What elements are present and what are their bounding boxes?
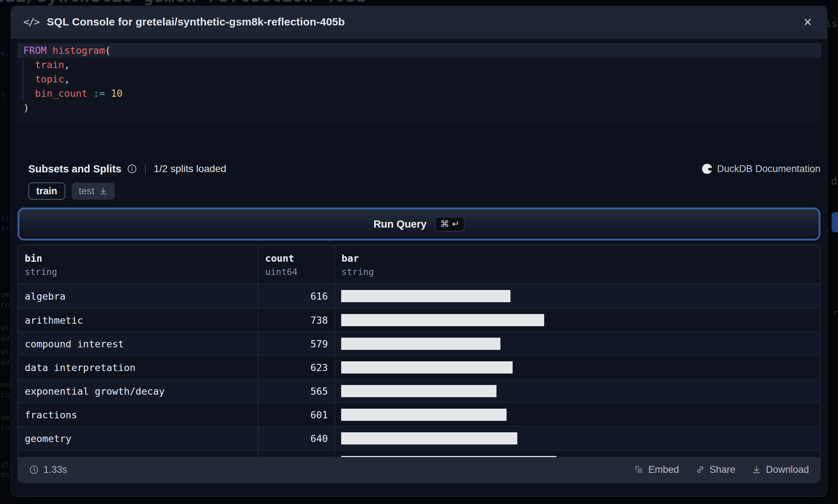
embed-button[interactable]: Embed (634, 464, 679, 475)
background-text-fragment: ro (1, 390, 10, 399)
cell-bin: exponential growth/decay (18, 380, 259, 403)
column-header-bar[interactable]: bar string (335, 246, 820, 284)
duckdb-logo-icon (702, 164, 712, 174)
split-button-test[interactable]: test (72, 182, 115, 200)
code-token (88, 88, 93, 99)
results-footer: 1.33s Embed Share (18, 457, 820, 482)
code-token: 10 (111, 88, 123, 99)
modal-header: </> SQL Console for gretelai/synthetic-g… (11, 6, 827, 38)
background-text-fragment: ro (1, 300, 10, 309)
split-test-label: test (79, 186, 95, 197)
download-icon (99, 187, 108, 195)
indent-guide (23, 59, 23, 101)
background-text-fragment: d (831, 175, 837, 187)
download-icon (752, 465, 761, 474)
download-button[interactable]: Download (752, 464, 809, 475)
table-row: arithmetic738 (18, 308, 820, 332)
column-name: bar (342, 253, 820, 264)
cell-count: 640 (259, 427, 335, 450)
cell-bar (335, 332, 820, 355)
cell-bar (335, 380, 820, 403)
cell-bin: compound interest (18, 332, 259, 355)
cell-bin: algebra (18, 284, 259, 308)
table-row: exponential growth/decay565 (18, 379, 820, 403)
background-text-fragment: eq (1, 334, 10, 342)
split-train-label: train (36, 186, 57, 197)
column-type: uint64 (265, 267, 334, 277)
cell-bar (335, 403, 820, 426)
background-text-fragment: ro (1, 424, 10, 432)
query-elapsed-time: 1.33s (29, 464, 67, 475)
code-token: histogram (52, 45, 105, 56)
elapsed-value: 1.33s (43, 464, 67, 475)
table-row: compound interest579 (18, 332, 820, 355)
code-line: train, (18, 58, 821, 72)
code-token: , (64, 59, 70, 70)
keyboard-shortcut-badge: ⌘ ↵ (435, 217, 465, 232)
code-token: FROM (23, 45, 47, 56)
column-header-count[interactable]: count uint64 (259, 246, 335, 284)
cell-count: 616 (259, 284, 335, 308)
split-button-train[interactable]: train (28, 182, 65, 200)
code-token: train (35, 59, 64, 70)
subsets-title: Subsets and Splits (28, 163, 121, 175)
code-token (23, 73, 35, 85)
code-line: FROM histogram( (18, 43, 821, 58)
embed-label: Embed (648, 464, 679, 475)
code-token: bin_count (35, 88, 88, 99)
embed-icon (634, 465, 644, 474)
code-line: topic, (18, 72, 821, 86)
background-page-title-clipped: lai/synthetic-gsm8k-reflection-405b (0, 0, 838, 5)
cell-count: 565 (259, 380, 335, 403)
cell-count: 623 (259, 356, 335, 379)
table-row: fractions601 (18, 403, 820, 426)
close-icon[interactable]: × (804, 15, 812, 29)
info-icon[interactable] (127, 164, 137, 174)
sql-editor[interactable]: FROM histogram( train, topic, bin_count … (18, 42, 821, 122)
background-text-fragment: om (1, 380, 10, 389)
background-text-fragment: om (1, 414, 10, 422)
cell-bin: geometry (18, 427, 259, 450)
code-token (23, 59, 35, 70)
share-button[interactable]: Share (696, 464, 735, 475)
code-token (105, 88, 111, 99)
code-token: topic (35, 73, 64, 85)
clock-icon (29, 465, 39, 475)
duckdb-documentation-link[interactable]: DuckDB Documentation (702, 163, 820, 175)
column-header-bin[interactable]: bin string (18, 246, 259, 284)
histogram-bar (341, 432, 517, 444)
background-text-fragment: om (1, 290, 10, 299)
footer-actions: Embed Share Download (634, 464, 809, 475)
table-row: geometry640 (18, 426, 820, 450)
background-text-fragment: ul (1, 348, 10, 356)
background-text-fragment: is (825, 18, 837, 29)
histogram-bar (341, 409, 507, 421)
table-header: bin string count uint64 bar string (18, 246, 820, 284)
run-query-button[interactable]: Run Query ⌘ ↵ (18, 208, 820, 241)
cell-bin: arithmetic (18, 309, 259, 332)
column-name: bin (25, 253, 258, 264)
background-text-fragment: ul (1, 324, 10, 332)
column-name: count (265, 253, 334, 264)
histogram-bar (341, 338, 500, 350)
background-text-fragment: ul (1, 460, 10, 469)
background-text-fragment: w, (1, 49, 10, 57)
share-label: Share (710, 464, 735, 475)
code-token: ( (105, 45, 111, 56)
column-type: string (25, 267, 258, 277)
modal-title: SQL Console for gretelai/synthetic-gsm8k… (47, 16, 345, 28)
code-token: ) (23, 102, 29, 113)
histogram-bar (341, 314, 544, 326)
cell-count: 738 (259, 309, 335, 332)
table-body: algebra616arithmetic738compound interest… (18, 284, 820, 474)
duckdb-documentation-label: DuckDB Documentation (717, 163, 820, 175)
background-text-fragment: \ (1, 90, 5, 99)
cell-bin: data interpretation (18, 356, 259, 379)
table-row: data interpretation623 (18, 355, 820, 379)
divider (145, 163, 146, 175)
run-query-label: Run Query (373, 218, 427, 230)
sql-console-modal: </> SQL Console for gretelai/synthetic-g… (11, 6, 827, 497)
background-text-fragment: eq (1, 470, 10, 479)
results-table: bin string count uint64 bar string algeb… (18, 245, 820, 483)
code-line: ) (18, 101, 821, 115)
